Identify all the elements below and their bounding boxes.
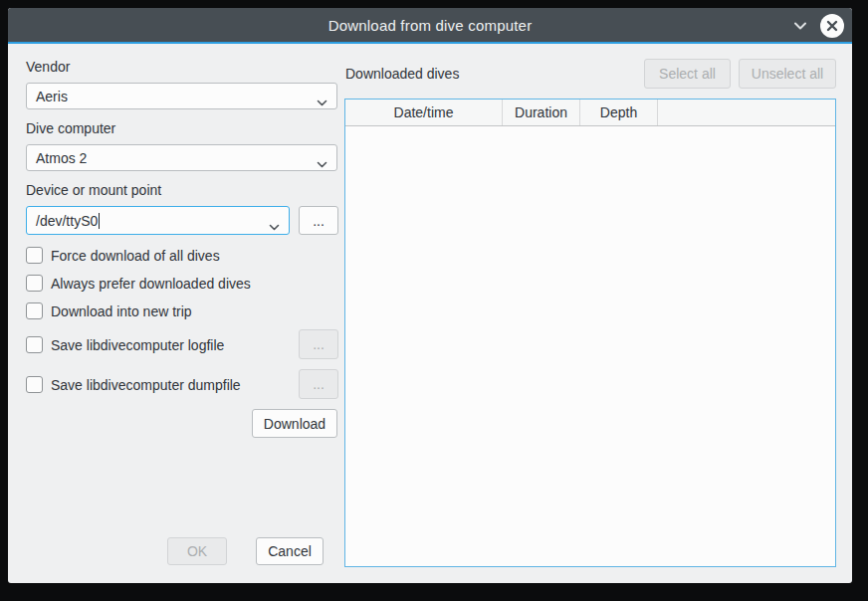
cancel-button[interactable]: Cancel — [256, 537, 324, 565]
checkbox-icon — [26, 275, 43, 292]
device-label: Device or mount point — [26, 182, 161, 198]
device-input[interactable]: /dev/ttyS0 — [26, 206, 290, 235]
column-header-depth[interactable]: Depth — [580, 100, 658, 125]
logfile-browse-button[interactable]: ... — [299, 329, 338, 359]
unselect-all-button[interactable]: Unselect all — [739, 59, 836, 89]
checkbox-icon — [26, 376, 43, 393]
titlebar[interactable]: Download from dive computer — [8, 8, 852, 44]
vendor-select[interactable]: Aeris — [26, 83, 337, 109]
dive-computer-value: Atmos 2 — [36, 150, 87, 166]
checkbox-new-trip[interactable]: Download into new trip — [26, 302, 192, 319]
chevron-down-icon[interactable] — [792, 21, 808, 31]
dive-computer-select[interactable]: Atmos 2 — [26, 144, 337, 171]
ok-button[interactable]: OK — [167, 537, 227, 565]
chevron-down-icon — [317, 155, 327, 171]
table-body-empty[interactable] — [345, 126, 835, 566]
checkbox-force-download[interactable]: Force download of all dives — [26, 247, 220, 264]
checkbox-icon — [26, 336, 43, 353]
download-dialog: Download from dive computer Vendor Aeris… — [8, 8, 852, 583]
text-cursor — [99, 213, 100, 229]
select-all-button[interactable]: Select all — [644, 59, 731, 89]
checkbox-save-logfile[interactable]: Save libdivecomputer logfile — [26, 336, 224, 353]
chevron-down-icon — [317, 94, 327, 109]
vendor-label: Vendor — [26, 59, 70, 75]
chevron-down-icon — [269, 218, 280, 234]
checkbox-label: Force download of all dives — [51, 248, 220, 264]
column-header-duration[interactable]: Duration — [503, 100, 580, 125]
close-button[interactable] — [820, 14, 844, 38]
table-header-row: Date/time Duration Depth — [345, 100, 835, 126]
device-value: /dev/ttyS0 — [36, 213, 98, 229]
dumpfile-browse-button[interactable]: ... — [299, 369, 338, 399]
column-header-blank[interactable] — [658, 100, 835, 125]
checkbox-label: Download into new trip — [51, 303, 192, 319]
vendor-value: Aeris — [36, 89, 68, 104]
checkbox-save-dumpfile[interactable]: Save libdivecomputer dumpfile — [26, 376, 241, 393]
downloaded-dives-title: Downloaded dives — [345, 66, 459, 82]
checkbox-icon — [26, 247, 43, 264]
checkbox-label: Save libdivecomputer logfile — [51, 337, 224, 353]
column-header-datetime[interactable]: Date/time — [345, 100, 503, 125]
device-browse-button[interactable]: ... — [299, 206, 338, 235]
checkbox-label: Save libdivecomputer dumpfile — [51, 377, 241, 393]
checkbox-prefer-downloaded[interactable]: Always prefer downloaded dives — [26, 275, 251, 292]
downloaded-dives-table[interactable]: Date/time Duration Depth — [344, 99, 836, 567]
close-icon — [826, 20, 838, 32]
dive-computer-label: Dive computer — [26, 120, 115, 136]
window-title: Download from dive computer — [328, 17, 533, 34]
checkbox-icon — [26, 302, 43, 319]
download-button[interactable]: Download — [252, 409, 337, 438]
checkbox-label: Always prefer downloaded dives — [51, 276, 251, 292]
